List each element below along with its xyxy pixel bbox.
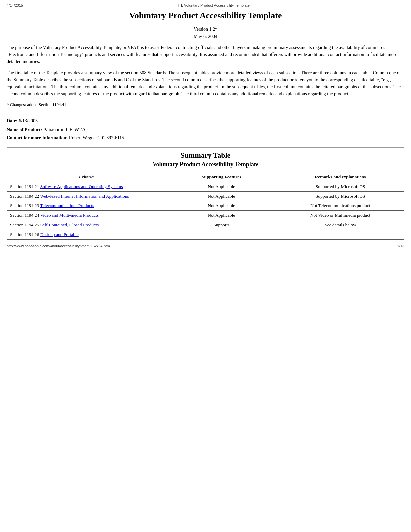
meta-date-value: 6/13/2005 [19,118,38,123]
remarks-cell [277,230,404,239]
criteria-cell: Section 1194.25 Self-Contained, Closed P… [7,220,166,230]
meta-contact-value: Robert Wegner 201 392-6115 [69,135,124,140]
footer-page-num: 1/13 [397,244,404,248]
supporting-features-cell: Not Applicable [166,210,277,220]
supporting-features-cell: Not Applicable [166,201,277,210]
criteria-link[interactable]: Software Applications and Operating Syst… [40,184,123,189]
browser-bar: 4/14/2015 ITI: Voluntary Product Accessi… [7,3,404,7]
page-title: Voluntary Product Accessibility Template [7,11,404,21]
footer-url: http://www.panasonic.com/about/accessibi… [7,244,110,248]
meta-date-label: Date: [7,118,18,123]
intro-paragraph-1: The purpose of the Voluntary Product Acc… [7,44,404,65]
criteria-cell: Section 1194.21 Software Applications an… [7,182,166,191]
criteria-link[interactable]: Web-based Internet Information and Appli… [40,194,129,199]
summary-table-wrapper: Summary Table Voluntary Product Accessib… [7,147,404,240]
supporting-features-cell: Supports [166,220,277,230]
summary-table-title: Summary Table [7,148,404,161]
summary-table-subtitle: Voluntary Product Accessibility Template [7,161,404,172]
meta-product-row: Name of Product: Panasonic CF-W2A [7,125,404,134]
meta-product-label: Name of Product: [7,127,42,132]
footer-bar: http://www.panasonic.com/about/accessibi… [7,244,404,248]
meta-product-value: Panasonic CF-W2A [43,127,86,132]
table-row: Section 1194.22 Web-based Internet Infor… [7,191,404,201]
table-header-row: Criteria Supporting Features Remarks and… [7,172,404,182]
header-criteria: Criteria [7,172,166,182]
remarks-cell: Not Video or Multimedia product [277,210,404,220]
remarks-cell: Supported by Microsoft OS [277,191,404,201]
browser-date: 4/14/2015 [7,3,23,7]
meta-contact-label: Contact for more Information: [7,135,68,140]
section-divider [172,112,239,112]
supporting-features-cell: Not Applicable [166,191,277,201]
table-row: Section 1194.23 Telecommunications Produ… [7,201,404,210]
criteria-cell: Section 1194.24 Video and Multi-media Pr… [7,210,166,220]
criteria-link[interactable]: Telecommunications Products [40,203,94,208]
remarks-cell: Not Telecommunications product [277,201,404,210]
meta-contact-row: Contact for more Information: Robert Weg… [7,134,404,142]
remarks-cell: See details below [277,220,404,230]
criteria-link[interactable]: Desktop and Portable [40,232,79,237]
summary-table: Criteria Supporting Features Remarks and… [7,172,404,240]
criteria-cell: Section 1194.26 Desktop and Portable [7,230,166,239]
table-row: Section 1194.26 Desktop and Portable [7,230,404,239]
criteria-link[interactable]: Video and Multi-media Products [40,213,99,218]
published-date: May 6, 2004 [7,34,404,39]
criteria-link[interactable]: Self-Contained, Closed Products [40,222,99,227]
meta-section: Date: 6/13/2005 Name of Product: Panason… [7,117,404,142]
header-supporting-features: Supporting Features [166,172,277,182]
version-text: Version 1.2* [7,27,404,32]
supporting-features-cell: Not Applicable [166,182,277,191]
table-row: Section 1194.21 Software Applications an… [7,182,404,191]
criteria-cell: Section 1194.23 Telecommunications Produ… [7,201,166,210]
meta-date-row: Date: 6/13/2005 [7,117,404,125]
table-row: Section 1194.24 Video and Multi-media Pr… [7,210,404,220]
criteria-cell: Section 1194.22 Web-based Internet Infor… [7,191,166,201]
intro-paragraph-2: The first table of the Template provides… [7,69,404,97]
remarks-cell: Supported by Microsoft OS [277,182,404,191]
browser-tab-title: ITI: Voluntary Product Accessibility Tem… [178,3,250,7]
table-row: Section 1194.25 Self-Contained, Closed P… [7,220,404,230]
changes-note: * Changes: added Section 1194.41 [7,102,404,107]
supporting-features-cell [166,230,277,239]
header-remarks: Remarks and explanations [277,172,404,182]
